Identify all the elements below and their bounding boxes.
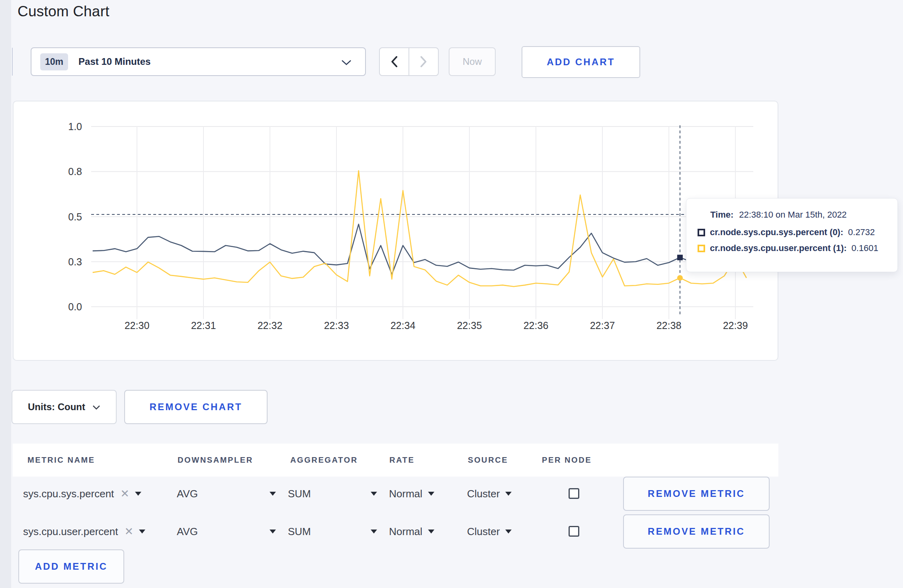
clear-metric-icon[interactable]: ✕ xyxy=(124,525,133,538)
caret-down-icon xyxy=(428,492,434,496)
svg-text:22:34: 22:34 xyxy=(391,320,416,331)
rate-value: Normal xyxy=(389,526,422,538)
tooltip-series-value: 0.2732 xyxy=(848,227,875,238)
add-metric-button[interactable]: ADD METRIC xyxy=(18,549,124,584)
time-range-select[interactable]: 10m Past 10 Minutes xyxy=(31,47,366,76)
source-value: Cluster xyxy=(467,526,500,538)
metric-name-select[interactable]: sys.cpu.user.percent ✕ xyxy=(23,513,145,550)
time-range-badge: 10m xyxy=(40,53,68,70)
clear-metric-icon[interactable]: ✕ xyxy=(120,487,129,500)
aggregator-value: SUM xyxy=(288,488,311,500)
caret-down-icon xyxy=(371,492,377,496)
metric-name-value: sys.cpu.sys.percent xyxy=(23,488,114,500)
toolbar-divider xyxy=(12,48,13,76)
caret-down-icon xyxy=(270,530,276,533)
svg-text:22:31: 22:31 xyxy=(191,320,216,331)
tooltip-time-value: 22:38:10 on Mar 15th, 2022 xyxy=(739,210,846,220)
metrics-table-header: METRIC NAME DOWNSAMPLER AGGREGATOR RATE … xyxy=(13,444,778,477)
source-select[interactable]: Cluster xyxy=(467,513,512,550)
col-metric-name: METRIC NAME xyxy=(27,456,95,465)
rate-select[interactable]: Normal xyxy=(389,513,434,550)
chart-card: 22:3022:3122:3222:3322:3422:3522:3622:37… xyxy=(13,101,778,361)
next-range-button[interactable] xyxy=(409,48,438,75)
metric-name-select[interactable]: sys.cpu.sys.percent ✕ xyxy=(23,475,141,512)
page-title: Custom Chart xyxy=(18,3,109,20)
add-chart-button[interactable]: ADD CHART xyxy=(522,46,640,78)
tooltip-series-value: 0.1601 xyxy=(852,243,878,253)
tooltip-series-name: cr.node.sys.cpu.sys.percent (0): xyxy=(710,227,843,238)
chevron-down-icon xyxy=(92,401,100,413)
sys-series-swatch-icon xyxy=(698,229,705,236)
tooltip-time-label: Time: xyxy=(710,210,733,220)
svg-text:22:30: 22:30 xyxy=(125,320,150,331)
metric-table-row: sys.cpu.sys.percent ✕ AVG SUM Normal Clu… xyxy=(13,475,778,512)
remove-chart-button[interactable]: REMOVE CHART xyxy=(124,390,268,424)
now-button[interactable]: Now xyxy=(449,47,496,76)
custom-chart-plot[interactable]: 22:3022:3122:3222:3322:3422:3522:3622:37… xyxy=(14,101,779,362)
units-select[interactable]: Units: Count xyxy=(12,390,117,424)
prev-range-button[interactable] xyxy=(380,48,409,75)
svg-text:0.3: 0.3 xyxy=(68,256,82,267)
aggregator-value: SUM xyxy=(288,526,311,538)
caret-down-icon xyxy=(270,492,276,496)
chevron-down-icon xyxy=(341,59,352,67)
source-value: Cluster xyxy=(467,488,500,500)
col-source: SOURCE xyxy=(468,456,508,465)
col-aggregator: AGGREGATOR xyxy=(290,456,358,465)
caret-down-icon xyxy=(135,492,141,496)
remove-metric-button[interactable]: REMOVE METRIC xyxy=(623,514,770,549)
tooltip-series-name: cr.node.sys.cpu.user.percent (1): xyxy=(710,243,847,253)
rate-select[interactable]: Normal xyxy=(389,475,434,512)
tooltip-series-row: cr.node.sys.cpu.user.percent (1): 0.1601 xyxy=(698,243,887,253)
units-label: Units: Count xyxy=(28,401,85,413)
caret-down-icon xyxy=(505,492,512,496)
chart-tooltip: Time:22:38:10 on Mar 15th, 2022 cr.node.… xyxy=(686,198,898,272)
time-range-label: Past 10 Minutes xyxy=(78,56,150,67)
svg-text:22:36: 22:36 xyxy=(524,320,549,331)
page-left-gutter xyxy=(0,0,11,588)
svg-text:22:39: 22:39 xyxy=(723,320,748,331)
caret-down-icon xyxy=(139,530,145,533)
downsampler-select[interactable]: AVG xyxy=(177,475,276,512)
caret-down-icon xyxy=(371,530,377,533)
tooltip-series-row: cr.node.sys.cpu.sys.percent (0): 0.2732 xyxy=(698,227,887,238)
time-nav xyxy=(379,47,439,76)
source-select[interactable]: Cluster xyxy=(467,475,512,512)
remove-metric-button[interactable]: REMOVE METRIC xyxy=(623,477,770,511)
aggregator-select[interactable]: SUM xyxy=(288,475,377,512)
per-node-checkbox[interactable] xyxy=(569,526,579,537)
svg-text:22:33: 22:33 xyxy=(324,320,349,331)
col-rate: RATE xyxy=(389,456,414,465)
per-node-checkbox[interactable] xyxy=(569,488,579,499)
svg-text:0.8: 0.8 xyxy=(68,166,82,177)
caret-down-icon xyxy=(428,530,434,533)
svg-text:22:35: 22:35 xyxy=(457,320,482,331)
svg-text:0.0: 0.0 xyxy=(68,301,82,312)
caret-down-icon xyxy=(505,530,512,533)
downsampler-value: AVG xyxy=(177,488,198,500)
col-downsampler: DOWNSAMPLER xyxy=(178,456,253,465)
metric-name-value: sys.cpu.user.percent xyxy=(23,526,118,538)
svg-text:22:38: 22:38 xyxy=(657,320,682,331)
downsampler-select[interactable]: AVG xyxy=(177,513,276,550)
aggregator-select[interactable]: SUM xyxy=(288,513,377,550)
svg-text:22:32: 22:32 xyxy=(258,320,283,331)
rate-value: Normal xyxy=(389,488,422,500)
downsampler-value: AVG xyxy=(177,526,198,538)
user-series-swatch-icon xyxy=(698,245,705,252)
metric-table-row: sys.cpu.user.percent ✕ AVG SUM Normal Cl… xyxy=(13,513,778,550)
col-per-node: PER NODE xyxy=(542,456,592,465)
svg-text:22:37: 22:37 xyxy=(590,320,615,331)
svg-text:0.5: 0.5 xyxy=(68,211,82,222)
svg-text:1.0: 1.0 xyxy=(68,121,82,132)
